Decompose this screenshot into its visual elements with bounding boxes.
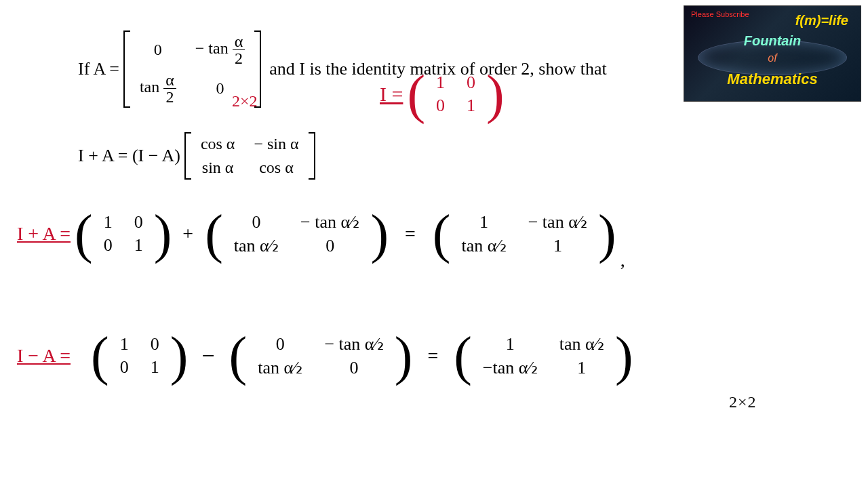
to-show-equation: I + A = (I − A) cos α− sin α sin αcos α: [78, 132, 315, 180]
trail-comma: ,: [620, 249, 626, 271]
eq-1: =: [405, 223, 416, 245]
channel-logo: Please Subscribe f(m)=life Fountain of M…: [684, 5, 861, 102]
logo-line1: Fountain: [684, 33, 861, 49]
plus-op: +: [182, 223, 194, 245]
logo-line3: Mathematics: [684, 70, 861, 88]
I-matrix-2: ( 10 01 ): [91, 333, 188, 379]
A-r2c1: tan α2: [130, 69, 186, 108]
identity-matrix: ( 10 01 ): [407, 71, 504, 117]
subscribe-text: Please Subscribe: [691, 10, 749, 18]
A-matrix-2: ( 0− tan α⁄₂ tan α⁄₂0 ): [229, 332, 413, 380]
logo-line2: of: [684, 52, 861, 64]
I-matrix-1: ( 10 01 ): [75, 211, 172, 257]
eq-2: =: [427, 345, 439, 367]
dimension-note-2: 2×2: [729, 393, 757, 411]
result-IminusA: ( 1tan α⁄₂ −tan α⁄₂1 ): [454, 332, 633, 380]
identity-definition: I = ( 10 01 ): [380, 71, 505, 117]
I-minus-A-label: I − A =: [17, 345, 71, 367]
whiteboard: Please Subscribe f(m)=life Fountain of M…: [0, 0, 868, 488]
dimension-note-1: 2×2: [232, 92, 258, 110]
A-matrix-1: ( 0− tan α⁄₂ tan α⁄₂0 ): [205, 210, 389, 258]
problem-statement-line1: If A = 0 − tan α2 tan α2 0 and I is: [78, 30, 607, 108]
I-plus-A-label: I + A =: [17, 223, 71, 245]
work-I-plus-A: I + A = ( 10 01 ) + ( 0− tan α⁄₂ tan α⁄₂…: [17, 210, 626, 258]
I-equals-label: I =: [380, 83, 403, 106]
work-I-minus-A: I − A = ( 10 01 ) − ( 0− tan α⁄₂ tan α⁄₂…: [17, 332, 633, 380]
minus-op: −: [201, 343, 215, 369]
A-r1c1: 0: [130, 30, 186, 69]
lhs-equals-rhs: I + A = (I − A): [78, 146, 180, 166]
result-IplusA: ( 1− tan α⁄₂ tan α⁄₂1 ): [433, 210, 616, 258]
logo-equation: f(m)=life: [795, 13, 848, 28]
A-r1c2: − tan α2: [186, 30, 254, 69]
rotation-matrix: cos α− sin α sin αcos α: [184, 132, 315, 180]
if-A-equals: If A =: [78, 59, 119, 79]
